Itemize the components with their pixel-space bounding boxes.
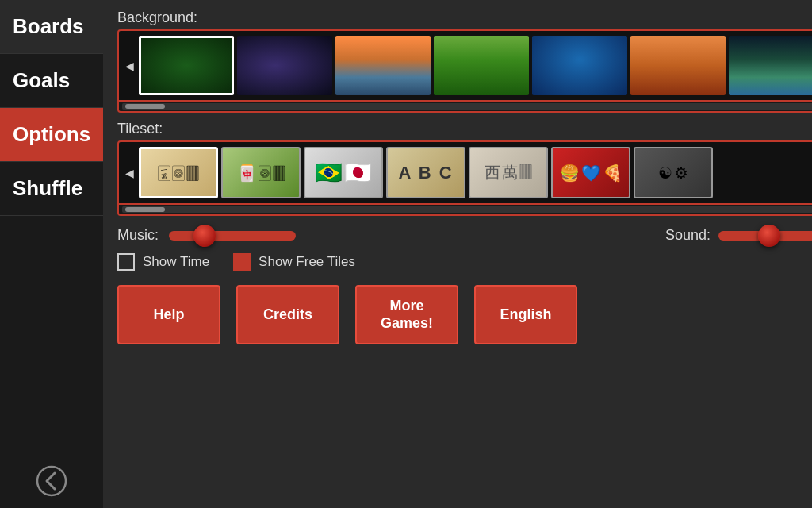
bg-arrow-left[interactable]: ◀ xyxy=(121,60,139,72)
sound-slider[interactable] xyxy=(718,231,812,241)
bg-scroll-thumb xyxy=(125,104,165,109)
tileset-section: Tileset: ◀ 🀇🀙🀫 🀄🀙🀫 xyxy=(117,121,812,216)
music-label: Music: xyxy=(117,227,161,244)
bg-thumb-arch[interactable] xyxy=(335,36,431,95)
show-time-checkbox[interactable] xyxy=(117,253,135,271)
bg-scrollbar[interactable] xyxy=(117,102,812,113)
background-carousel: ◀ ▶ xyxy=(117,29,812,113)
tile-chinese[interactable]: 🀄🀙🀫 xyxy=(221,147,301,198)
sidebar: Boards Goals Options Shuffle xyxy=(0,0,103,508)
audio-controls: Music: Sound: xyxy=(117,227,812,244)
bg-track xyxy=(139,34,812,97)
tile-classic2[interactable]: 西萬🀫 xyxy=(469,147,548,198)
music-control: Music: xyxy=(117,227,296,244)
show-time-group[interactable]: Show Time xyxy=(117,253,209,271)
sidebar-item-goals[interactable]: Goals xyxy=(0,54,103,108)
bg-thumb-forest[interactable] xyxy=(434,36,529,95)
main-content: Background: ◀ ▶ xyxy=(103,0,812,508)
tile-emoji[interactable]: 🍔💙🍕 xyxy=(551,147,630,198)
music-slider[interactable] xyxy=(169,231,296,241)
show-free-tiles-group[interactable]: Show Free Tiles xyxy=(233,253,355,271)
show-free-tiles-checkbox[interactable] xyxy=(233,253,251,271)
bg-thumb-aurora[interactable] xyxy=(729,36,812,95)
tile-abc[interactable]: A B C xyxy=(386,147,465,198)
svg-point-0 xyxy=(37,467,66,495)
bg-thumb-galaxy[interactable] xyxy=(237,36,332,95)
tile-scroll-track xyxy=(122,206,812,213)
tile-scroll-thumb xyxy=(125,207,165,212)
bg-thumb-green[interactable] xyxy=(139,36,234,95)
action-buttons: Help Credits More Games! English xyxy=(117,285,812,344)
background-label: Background: xyxy=(117,10,812,26)
sidebar-item-options[interactable]: Options xyxy=(0,108,103,162)
show-free-tiles-label: Show Free Tiles xyxy=(259,254,355,270)
more-games-button[interactable]: More Games! xyxy=(355,285,458,344)
credits-button[interactable]: Credits xyxy=(236,285,339,344)
music-slider-thumb[interactable] xyxy=(193,225,216,247)
background-section: Background: ◀ ▶ xyxy=(117,10,812,113)
show-time-label: Show Time xyxy=(143,254,209,270)
tile-flags[interactable]: 🇧🇷🇯🇵 xyxy=(304,147,383,198)
sidebar-item-shuffle[interactable]: Shuffle xyxy=(0,162,103,216)
help-button[interactable]: Help xyxy=(117,285,220,344)
tile-track: 🀇🀙🀫 🀄🀙🀫 🇧🇷🇯🇵 A B C xyxy=(139,145,812,200)
bg-thumb-earth[interactable] xyxy=(532,36,627,95)
tileset-carousel: ◀ 🀇🀙🀫 🀄🀙🀫 🇧🇷🇯🇵 xyxy=(117,140,812,216)
bg-scroll-track xyxy=(122,103,812,110)
bg-thumb-desert[interactable] xyxy=(630,36,726,95)
tile-scrollbar[interactable] xyxy=(117,205,812,216)
sound-slider-thumb[interactable] xyxy=(758,225,780,247)
sound-label: Sound: xyxy=(665,227,710,244)
tile-classic[interactable]: 🀇🀙🀫 xyxy=(139,147,218,198)
language-button[interactable]: English xyxy=(474,285,577,344)
tileset-label: Tileset: xyxy=(117,121,812,137)
sidebar-item-boards[interactable]: Boards xyxy=(0,0,103,54)
tile-arrow-left[interactable]: ◀ xyxy=(121,167,139,179)
sound-control: Sound: xyxy=(665,227,812,244)
tile-dark[interactable]: ☯⚙ xyxy=(634,147,713,198)
checkbox-row: Show Time Show Free Tiles xyxy=(117,253,812,271)
back-button[interactable] xyxy=(0,454,103,508)
